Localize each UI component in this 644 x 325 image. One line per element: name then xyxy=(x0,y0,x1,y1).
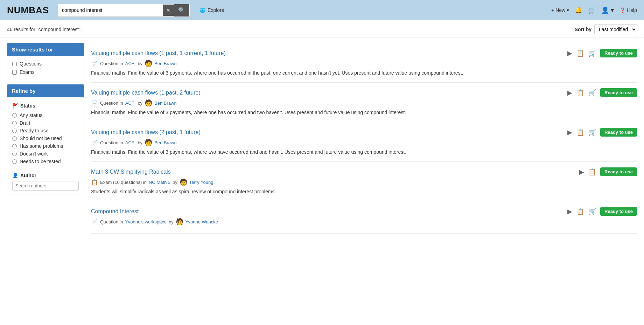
radio-draft[interactable]: Draft xyxy=(12,119,79,127)
needs-testing-radio[interactable] xyxy=(12,159,17,164)
result-description: Financial maths. Find the value of 3 pay… xyxy=(91,69,637,77)
result-actions: ▶ 📋 🛒 Ready to use xyxy=(567,49,637,57)
result-actions: ▶ 📋 🛒 Ready to use xyxy=(567,128,637,137)
search-clear-button[interactable]: ✕ xyxy=(163,5,174,16)
play-icon[interactable]: ▶ xyxy=(567,208,572,215)
result-title[interactable]: Valuing multiple cash flows (2 past, 1 f… xyxy=(91,129,563,136)
results-list: Valuing multiple cash flows (1 past, 1 c… xyxy=(91,43,637,234)
show-results-title: Show results for xyxy=(7,43,84,56)
ready-radio[interactable] xyxy=(12,129,17,133)
doc-icon: 📄 xyxy=(91,60,98,67)
doc-icon: 📄 xyxy=(91,139,98,146)
radio-ready[interactable]: Ready to use xyxy=(12,127,79,134)
logo: NUMBAS xyxy=(7,5,49,16)
result-actions: ▶ 📋 Ready to use xyxy=(579,167,637,176)
help-icon: ❓ xyxy=(620,7,625,13)
doc-icon: 📋 xyxy=(91,179,98,186)
notifications-icon[interactable]: 🔔 xyxy=(575,6,582,14)
result-title[interactable]: Valuing multiple cash flows (1 past, 2 f… xyxy=(91,90,563,96)
results-count: 46 results for "compound interest". xyxy=(7,27,82,32)
collection-link[interactable]: NC Math 3 xyxy=(149,180,170,185)
collection-link[interactable]: Yvonne's workspace xyxy=(125,219,167,224)
author-link[interactable]: Ben Brawn xyxy=(154,61,177,66)
exams-checkbox[interactable] xyxy=(12,70,17,75)
refine-section: Refine by 🚩 Status Any status Draft Read… xyxy=(7,84,84,194)
sidebar: Show results for Questions Exams Refine … xyxy=(7,43,84,234)
help-button[interactable]: ❓ Help xyxy=(620,7,637,13)
help-label: Help xyxy=(627,7,637,13)
result-header: Valuing multiple cash flows (2 past, 1 f… xyxy=(91,128,637,137)
result-description: Financial maths. Find the value of 3 pay… xyxy=(91,148,637,156)
doc-icon: 📄 xyxy=(91,100,98,106)
cart-add-icon[interactable]: 🛒 xyxy=(588,89,596,97)
status-label: Status xyxy=(20,103,35,109)
cart-add-icon[interactable]: 🛒 xyxy=(588,208,596,215)
radio-any-status[interactable]: Any status xyxy=(12,111,79,119)
chevron-down-icon: ▾ xyxy=(567,7,569,13)
author-link[interactable]: Ben Brawn xyxy=(154,140,177,145)
search-button[interactable]: 🔍 xyxy=(174,4,189,16)
status-badge: Ready to use xyxy=(600,88,637,97)
search-bar: ✕ 🔍 xyxy=(57,4,190,17)
result-actions: ▶ 📋 🛒 Ready to use xyxy=(567,207,637,216)
author-search-input[interactable] xyxy=(12,181,79,191)
copy-icon[interactable]: 📋 xyxy=(576,49,584,57)
checkbox-questions[interactable]: Questions xyxy=(12,60,79,68)
any-status-radio[interactable] xyxy=(12,113,17,118)
refine-body: 🚩 Status Any status Draft Ready to use xyxy=(7,97,84,194)
globe-icon: 🌐 xyxy=(200,7,205,13)
play-icon[interactable]: ▶ xyxy=(567,129,572,136)
result-meta: 📄 Question in ACFI by 🧑 Ben Brawn xyxy=(91,60,637,67)
status-badge: Ready to use xyxy=(600,207,637,216)
exams-label: Exams xyxy=(20,69,35,75)
radio-doesnt-work[interactable]: Doesn't work xyxy=(12,150,79,158)
header-actions: + New ▾ 🔔 🛒 👤 ▾ ❓ Help xyxy=(551,6,637,14)
draft-radio[interactable] xyxy=(12,121,17,125)
flag-icon: 🚩 xyxy=(12,103,18,109)
play-icon[interactable]: ▶ xyxy=(567,89,572,97)
sort-label: Sort by xyxy=(575,27,592,32)
play-icon[interactable]: ▶ xyxy=(579,168,584,176)
header: NUMBAS ✕ 🔍 🌐 Explore + New ▾ 🔔 🛒 👤 ▾ ❓ H… xyxy=(0,0,644,20)
author-link[interactable]: Terry Young xyxy=(189,180,214,185)
doesnt-work-radio[interactable] xyxy=(12,152,17,156)
copy-icon[interactable]: 📋 xyxy=(576,89,584,97)
result-item: Valuing multiple cash flows (2 past, 1 f… xyxy=(91,122,637,162)
copy-icon[interactable]: 📋 xyxy=(588,168,596,176)
radio-needs-testing[interactable]: Needs to be tested xyxy=(12,158,79,165)
copy-icon[interactable]: 📋 xyxy=(576,208,584,215)
author-link[interactable]: Yvonne Wancke xyxy=(186,219,218,224)
result-title[interactable]: Math 3 CW Simplifying Radicals xyxy=(91,169,575,175)
result-title[interactable]: Valuing multiple cash flows (1 past, 1 c… xyxy=(91,50,563,56)
result-header: Math 3 CW Simplifying Radicals ▶ 📋 Ready… xyxy=(91,167,637,176)
collection-link[interactable]: ACFI xyxy=(125,61,136,66)
sort-select[interactable]: Last modified Alphabetical Date created xyxy=(594,25,637,34)
doc-icon: 📄 xyxy=(91,219,98,225)
copy-icon[interactable]: 📋 xyxy=(576,129,584,136)
some-problems-radio[interactable] xyxy=(12,144,17,148)
explore-button[interactable]: 🌐 Explore xyxy=(196,5,227,15)
radio-should-not[interactable]: Should not be used xyxy=(12,134,79,142)
person-icon: 👤 xyxy=(12,173,18,178)
cart-add-icon[interactable]: 🛒 xyxy=(588,49,596,57)
collection-link[interactable]: ACFI xyxy=(125,101,136,106)
checkbox-exams[interactable]: Exams xyxy=(12,68,79,76)
play-icon[interactable]: ▶ xyxy=(567,49,572,57)
search-input[interactable] xyxy=(58,5,163,16)
new-button[interactable]: + New ▾ xyxy=(551,7,569,13)
author-link[interactable]: Ben Brawn xyxy=(154,101,177,106)
questions-checkbox[interactable] xyxy=(12,62,17,66)
radio-some-problems[interactable]: Has some problems xyxy=(12,142,79,150)
result-item: Compound Interest ▶ 📋 🛒 Ready to use 📄 Q… xyxy=(91,201,637,234)
status-badge: Ready to use xyxy=(600,128,637,137)
result-title[interactable]: Compound Interest xyxy=(91,208,563,215)
cart-add-icon[interactable]: 🛒 xyxy=(588,129,596,136)
cart-icon[interactable]: 🛒 xyxy=(588,6,596,14)
should-not-radio[interactable] xyxy=(12,136,17,141)
collection-link[interactable]: ACFI xyxy=(125,140,136,145)
explore-label: Explore xyxy=(208,7,224,13)
author-group-title: 👤 Author xyxy=(12,173,79,178)
results-header: 46 results for "compound interest". Sort… xyxy=(0,20,644,37)
new-label: + New xyxy=(551,7,565,13)
user-icon[interactable]: 👤 ▾ xyxy=(601,6,614,14)
